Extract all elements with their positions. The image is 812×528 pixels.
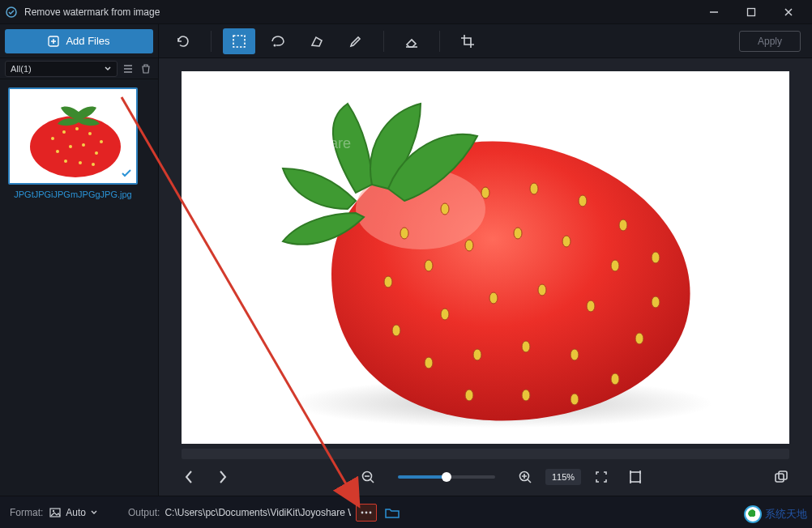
canvas-image: wondershare [202, 71, 769, 444]
undo-icon [175, 34, 191, 49]
next-image-button[interactable] [209, 463, 237, 491]
chevron-down-icon [104, 65, 112, 73]
crop-tool-button[interactable] [451, 28, 484, 54]
brush-icon [348, 34, 363, 49]
canvas[interactable]: wondershare [182, 71, 789, 444]
svg-point-24 [579, 195, 587, 207]
maximize-button[interactable] [733, 0, 770, 24]
chevron-left-icon [183, 470, 194, 484]
folder-icon [385, 507, 400, 518]
close-button[interactable] [770, 0, 807, 24]
svg-point-28 [425, 260, 433, 271]
globe-icon [744, 505, 762, 523]
svg-point-32 [611, 260, 619, 271]
sidebar: All(1) [0, 58, 159, 496]
list-icon [122, 63, 134, 75]
zoom-in-button[interactable] [511, 463, 539, 491]
svg-point-29 [465, 240, 473, 251]
app-icon [5, 6, 18, 19]
eraser-tool-button[interactable] [395, 28, 428, 54]
zoom-out-button[interactable] [354, 463, 382, 491]
actual-size-icon [628, 470, 643, 484]
zoom-out-icon [361, 470, 375, 484]
main-area: All(1) [0, 58, 812, 496]
svg-point-39 [635, 333, 643, 344]
annotation-badge-text: 系统天地 [765, 507, 807, 522]
svg-point-30 [514, 228, 522, 239]
fit-screen-button[interactable] [588, 463, 615, 491]
compare-icon [773, 469, 789, 485]
svg-point-40 [425, 357, 433, 368]
brush-tool-button[interactable] [340, 28, 372, 54]
svg-point-44 [611, 373, 619, 385]
apply-label: Apply [758, 36, 782, 47]
zoom-slider[interactable] [398, 475, 495, 479]
svg-rect-1 [748, 8, 755, 15]
apply-button[interactable]: Apply [739, 31, 801, 52]
annotation-badge: 系统天地 [744, 505, 807, 523]
output-label: Output: [128, 507, 160, 518]
svg-point-33 [652, 296, 660, 308]
eraser-icon [404, 34, 420, 49]
svg-point-37 [538, 284, 546, 296]
filter-bar: All(1) [0, 58, 158, 79]
marquee-tool-button[interactable] [223, 28, 255, 54]
image-icon [49, 508, 61, 517]
image-watermark-text: wondershare [266, 135, 351, 151]
lasso-tool-button[interactable] [262, 28, 294, 54]
svg-point-22 [481, 187, 489, 198]
trash-icon [140, 63, 152, 75]
top-area: Add Files Apply [0, 24, 812, 58]
plus-box-icon [48, 36, 59, 47]
output-path: C:\Users\pc\Documents\VidiKit\Joyoshare … [165, 507, 351, 518]
compare-button[interactable] [767, 463, 796, 491]
footer: Format: Auto Output: C:\Users\pc\Documen… [0, 496, 812, 528]
ellipsis-icon [360, 509, 373, 516]
svg-point-38 [587, 300, 595, 312]
add-files-button[interactable]: Add Files [5, 29, 153, 53]
filter-select[interactable]: All(1) [5, 61, 118, 77]
svg-point-5 [30, 116, 121, 177]
svg-point-55 [361, 511, 364, 513]
polygon-icon [310, 34, 324, 49]
svg-point-23 [530, 183, 538, 194]
prev-image-button[interactable] [175, 463, 203, 491]
open-output-folder-button[interactable] [382, 504, 403, 522]
horizontal-scrollbar[interactable] [182, 449, 789, 459]
add-files-label: Add Files [66, 35, 109, 47]
output-group: Output: C:\Users\pc\Documents\VidiKit\Jo… [128, 504, 403, 522]
svg-point-20 [400, 228, 408, 239]
svg-point-42 [522, 341, 530, 352]
svg-point-41 [473, 349, 481, 360]
thumbnail-item[interactable]: JPGtJPGiJPGmJPGgJPG.jpg [8, 87, 138, 199]
svg-point-25 [619, 219, 627, 231]
svg-point-45 [465, 390, 473, 401]
minimize-button[interactable] [695, 0, 733, 24]
svg-rect-52 [779, 471, 787, 479]
marquee-icon [232, 34, 246, 49]
check-icon [120, 167, 133, 180]
chevron-right-icon [217, 470, 229, 484]
svg-point-6 [51, 137, 54, 140]
svg-point-4 [274, 44, 276, 46]
svg-point-15 [64, 160, 67, 163]
toolbar-separator [383, 31, 384, 52]
svg-point-8 [75, 127, 79, 130]
fit-screen-icon [594, 470, 609, 484]
thumbnail-filename: JPGtJPGiJPGmJPGgJPG.jpg [8, 189, 138, 199]
undo-button[interactable] [167, 28, 199, 54]
svg-point-31 [562, 236, 571, 247]
browse-output-button[interactable] [356, 504, 377, 522]
svg-point-21 [441, 203, 449, 215]
actual-size-button[interactable] [622, 463, 649, 491]
format-label: Format: [10, 507, 43, 518]
svg-point-47 [571, 394, 579, 405]
toolbar: Apply [159, 24, 812, 57]
list-view-button[interactable] [121, 62, 135, 76]
svg-rect-3 [233, 36, 245, 47]
svg-point-57 [370, 511, 372, 513]
delete-button[interactable] [139, 62, 153, 76]
format-select[interactable]: Auto [49, 507, 97, 518]
viewer-bar: 115% [159, 459, 812, 496]
polygon-tool-button[interactable] [301, 28, 333, 54]
